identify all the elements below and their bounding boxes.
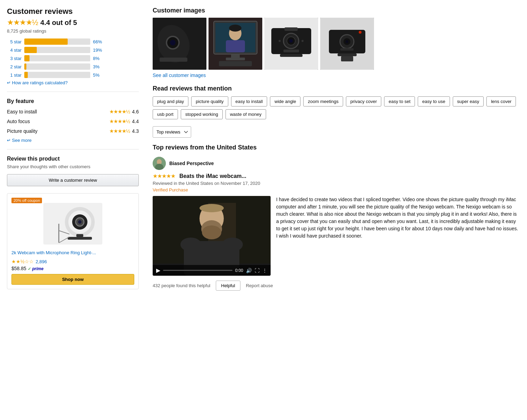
feature-row: Auto focus ★★★★½ 4.4 xyxy=(7,118,139,125)
mention-tag-button[interactable]: usb port xyxy=(153,109,178,119)
rating-bar-pct[interactable]: 3% xyxy=(93,64,104,69)
svg-rect-22 xyxy=(219,61,252,66)
overall-stars: ★★★★½ xyxy=(7,18,37,27)
feature-name: Auto focus xyxy=(7,119,30,124)
ad-price-row: $58.85 ✓ prime xyxy=(11,266,134,271)
svg-point-53 xyxy=(222,238,243,251)
rating-bar-label[interactable]: 5 star xyxy=(7,39,22,44)
svg-rect-18 xyxy=(226,40,245,52)
rating-bar-label[interactable]: 1 star xyxy=(7,72,22,78)
review-video-thumb[interactable]: ▶ 0:00 🔊 ⛶ ⋮ xyxy=(153,196,271,276)
see-more-link[interactable]: ↵ See more xyxy=(7,138,139,143)
helpful-count: 432 people found this helpful xyxy=(153,283,210,288)
see-all-images-link[interactable]: See all customer images xyxy=(153,72,520,78)
feature-score-value: 4.6 xyxy=(132,109,139,114)
rating-bars: 5 star 66% 4 star 19% 3 star 8% 2 star 3… xyxy=(7,38,139,78)
thumb-person-webcam xyxy=(209,18,262,70)
volume-icon[interactable]: 🔊 xyxy=(246,268,252,273)
more-options-icon[interactable]: ⋮ xyxy=(262,268,267,273)
video-time: 0:00 xyxy=(235,268,243,273)
rating-bar-row: 5 star 66% xyxy=(7,38,139,45)
mention-tag-button[interactable]: stopped working xyxy=(181,109,223,119)
rating-bar-pct[interactable]: 66% xyxy=(93,39,104,44)
filter-select[interactable]: Top reviewsMost recentCritical xyxy=(153,126,191,138)
report-abuse-button[interactable]: Report abuse xyxy=(246,283,273,288)
rating-bar-label[interactable]: 4 star xyxy=(7,48,22,53)
rating-bar-label[interactable]: 3 star xyxy=(7,56,22,61)
svg-rect-31 xyxy=(280,54,303,57)
svg-point-52 xyxy=(180,238,201,251)
shop-now-button[interactable]: Shop now xyxy=(11,274,134,285)
customer-reviews-title: Customer reviews xyxy=(7,7,139,16)
mention-tag-button[interactable]: super easy xyxy=(453,96,484,106)
svg-point-37 xyxy=(346,40,348,43)
svg-point-28 xyxy=(301,40,304,42)
mention-tag-button[interactable]: wide angle xyxy=(270,96,300,106)
feature-stars-score: ★★★★½ 4.4 xyxy=(109,118,139,125)
reviewer-avatar xyxy=(153,157,166,170)
fullscreen-icon[interactable]: ⛶ xyxy=(255,268,260,273)
reviewer-row: Biased Perspective xyxy=(153,157,520,170)
rating-bar-fill xyxy=(24,38,68,45)
feature-star-icons: ★★★★½ xyxy=(109,118,130,125)
ad-image-area xyxy=(11,201,134,246)
rating-bar-pct[interactable]: 5% xyxy=(93,72,104,78)
svg-rect-30 xyxy=(283,50,299,52)
mention-tag-button[interactable]: zoom meetings xyxy=(303,96,343,106)
prime-check-icon: ✓ xyxy=(28,266,31,271)
rating-bar-fill xyxy=(24,47,37,53)
svg-point-27 xyxy=(289,39,293,43)
prime-text: prime xyxy=(32,266,44,271)
rating-bar-row: 3 star 8% xyxy=(7,55,139,61)
svg-rect-4 xyxy=(76,234,83,237)
thumb-nexigo-front xyxy=(264,18,318,70)
mention-tag-button[interactable]: easy to use xyxy=(418,96,450,106)
mention-tag-button[interactable]: waste of money xyxy=(226,109,266,119)
right-column: Customer images xyxy=(153,7,520,298)
rating-bar-row: 1 star 5% xyxy=(7,72,139,78)
review-text: I have decided to create two videos that… xyxy=(276,196,520,276)
customer-images-row xyxy=(153,18,520,70)
mention-tag-button[interactable]: easy to set xyxy=(384,96,415,106)
customer-image-3[interactable] xyxy=(264,18,318,70)
mention-tag-button[interactable]: picture quality xyxy=(191,96,228,106)
customer-image-4[interactable] xyxy=(320,18,374,70)
how-calculated-link[interactable]: ↵ How are ratings calculated? xyxy=(7,80,139,85)
mention-tag-button[interactable]: easy to install xyxy=(231,96,267,106)
rating-bar-bg xyxy=(24,72,90,78)
mention-tag-button[interactable]: plug and play xyxy=(153,96,188,106)
play-button[interactable]: ▶ xyxy=(156,267,160,274)
rating-bar-bg xyxy=(24,38,90,45)
rating-bar-row: 2 star 3% xyxy=(7,63,139,70)
review-stars-title-row: ★★★★★ Beats the iMac webcam... xyxy=(153,173,520,179)
thumb-nexigo-side xyxy=(320,18,374,70)
read-reviews-mention-title: Read reviews that mention xyxy=(153,85,520,92)
mention-tag-button[interactable]: privacy cover xyxy=(346,96,382,106)
feature-star-icons: ★★★★½ xyxy=(109,109,130,115)
svg-point-12 xyxy=(170,40,176,45)
ad-product-title[interactable]: 2k Webcam with Microphone Ring Light-... xyxy=(11,250,134,256)
helpful-button[interactable]: Helpful xyxy=(216,281,240,291)
write-review-button[interactable]: Write a customer review xyxy=(7,174,139,186)
svg-rect-41 xyxy=(340,48,354,51)
overall-avg-text: 4.4 out of 5 xyxy=(40,19,77,27)
verified-purchase: Verified Purchase xyxy=(153,187,520,192)
ad-coupon-badge: 20% off coupon xyxy=(11,198,42,203)
customer-image-1[interactable] xyxy=(153,18,206,70)
rating-bar-bg xyxy=(24,63,90,70)
rating-bar-pct[interactable]: 19% xyxy=(93,48,104,53)
rating-bar-label[interactable]: 2 star xyxy=(7,64,22,69)
rating-bar-pct[interactable]: 8% xyxy=(93,56,104,61)
video-progress-bar[interactable] xyxy=(163,270,232,271)
prime-badge: ✓ prime xyxy=(28,266,44,271)
svg-rect-39 xyxy=(338,53,357,56)
review-content-row: ▶ 0:00 🔊 ⛶ ⋮ I have decided to create tw… xyxy=(153,196,520,276)
overall-rating-row: ★★★★½ 4.4 out of 5 xyxy=(7,18,139,27)
customer-image-2[interactable] xyxy=(209,18,262,70)
review-product-sub: Share your thoughts with other customers xyxy=(7,164,139,169)
feature-row: Picture quality ★★★★½ 4.3 xyxy=(7,128,139,134)
mention-tag-button[interactable]: lens cover xyxy=(486,96,516,106)
thumb-webcam-angled xyxy=(153,18,206,70)
top-reviews-title: Top reviews from the United States xyxy=(153,144,520,151)
ad-ratings-count[interactable]: 2,896 xyxy=(36,259,47,264)
